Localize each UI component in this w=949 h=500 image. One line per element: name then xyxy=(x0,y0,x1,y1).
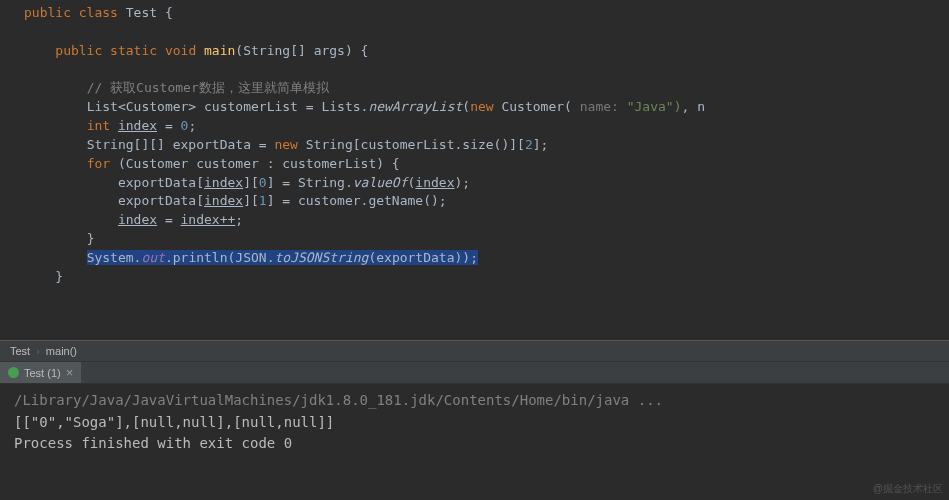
code-line: // 获取Customer数据，这里就简单模拟 xyxy=(4,79,949,98)
code-editor[interactable]: public class Test { public static void m… xyxy=(0,0,949,340)
console-line: /Library/Java/JavaVirtualMachines/jdk1.8… xyxy=(14,390,935,412)
breadcrumb-bar: Test › main() xyxy=(0,340,949,362)
run-tab[interactable]: Test (1) × xyxy=(0,362,81,383)
code-line: } xyxy=(4,230,949,249)
code-line: int index = 0; xyxy=(4,117,949,136)
run-tab-label: Test (1) xyxy=(24,367,61,379)
console-output[interactable]: /Library/Java/JavaVirtualMachines/jdk1.8… xyxy=(0,384,949,461)
console-line: [["0","Soga"],[null,null],[null,null]] xyxy=(14,412,935,434)
console-line: Process finished with exit code 0 xyxy=(14,433,935,455)
code-line: for (Customer customer : customerList) { xyxy=(4,155,949,174)
code-line: String[][] exportData = new String[custo… xyxy=(4,136,949,155)
code-line: } xyxy=(4,268,949,287)
code-line: System.out.println(JSON.toJSONString(exp… xyxy=(4,249,949,268)
code-line xyxy=(4,61,949,80)
code-line xyxy=(4,23,949,42)
breadcrumb-item[interactable]: main() xyxy=(46,345,77,357)
code-line: public class Test { xyxy=(4,4,949,23)
close-icon[interactable]: × xyxy=(66,365,74,380)
code-line: public static void main(String[] args) { xyxy=(4,42,949,61)
breadcrumb-item[interactable]: Test xyxy=(10,345,30,357)
code-line: List<Customer> customerList = Lists.newA… xyxy=(4,98,949,117)
run-status-icon xyxy=(8,367,19,378)
code-line: exportData[index][0] = String.valueOf(in… xyxy=(4,174,949,193)
watermark: @掘金技术社区 xyxy=(873,482,943,496)
code-line: index = index++; xyxy=(4,211,949,230)
chevron-right-icon: › xyxy=(36,345,40,357)
run-tab-bar: Test (1) × xyxy=(0,362,949,384)
code-line: exportData[index][1] = customer.getName(… xyxy=(4,192,949,211)
